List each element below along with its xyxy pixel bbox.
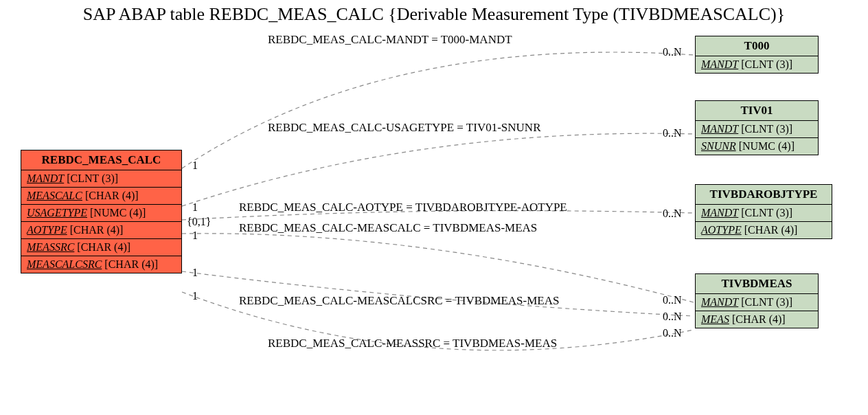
cardinality-label: 1 [192,159,198,172]
cardinality-label: 1 [192,267,198,279]
relation-label: REBDC_MEAS_CALC-USAGETYPE = TIV01-SNUNR [268,121,540,135]
entity-tiv01: TIV01 MANDT [CLNT (3)] SNUNR [NUMC (4)] [695,100,819,155]
entity-field: MEAS [CHAR (4)] [696,311,818,328]
relation-label: REBDC_MEAS_CALC-AOTYPE = TIVBDAROBJTYPE-… [239,201,567,214]
cardinality-label: {0,1} [187,216,211,228]
entity-tivbdarobjtype: TIVBDAROBJTYPE MANDT [CLNT (3)] AOTYPE [… [695,184,832,239]
cardinality-label: 1 [192,290,198,302]
cardinality-label: 0..N [663,208,682,220]
cardinality-label: 0..N [663,127,682,139]
entity-field: AOTYPE [CHAR (4)] [696,222,832,238]
entity-field: AOTYPE [CHAR (4)] [21,222,181,239]
cardinality-label: 0..N [663,311,682,323]
entity-header: TIVBDAROBJTYPE [696,185,832,205]
entity-field: MANDT [CLNT (3)] [696,205,832,222]
relation-label: REBDC_MEAS_CALC-MEASCALCSRC = TIVBDMEAS-… [239,294,559,308]
entity-field: MEASCALCSRC [CHAR (4)] [21,256,181,273]
entity-field: MANDT [CLNT (3)] [696,121,818,138]
entity-header: TIV01 [696,101,818,121]
cardinality-label: 0..N [663,294,682,306]
cardinality-label: 1 [192,201,198,214]
entity-tivbdmeas: TIVBDMEAS MANDT [CLNT (3)] MEAS [CHAR (4… [695,273,819,328]
relation-label: REBDC_MEAS_CALC-MANDT = T000-MANDT [268,33,512,47]
relation-label: REBDC_MEAS_CALC-MEASSRC = TIVBDMEAS-MEAS [268,337,557,350]
entity-rebdc-meas-calc: REBDC_MEAS_CALC MANDT [CLNT (3)] MEASCAL… [21,150,182,273]
entity-field: MANDT [CLNT (3)] [696,56,818,73]
entity-field: MANDT [CLNT (3)] [21,170,181,188]
entity-field: MEASCALC [CHAR (4)] [21,188,181,205]
entity-field: MEASSRC [CHAR (4)] [21,239,181,256]
entity-header: REBDC_MEAS_CALC [21,150,181,170]
cardinality-label: 1 [192,229,198,242]
entity-field: MANDT [CLNT (3)] [696,294,818,311]
entity-header: T000 [696,36,818,56]
entity-header: TIVBDMEAS [696,274,818,294]
page-title: SAP ABAP table REBDC_MEAS_CALC {Derivabl… [0,4,868,25]
entity-field: USAGETYPE [NUMC (4)] [21,205,181,222]
cardinality-label: 0..N [663,327,682,339]
entity-field: SNUNR [NUMC (4)] [696,138,818,155]
entity-t000: T000 MANDT [CLNT (3)] [695,36,819,74]
relation-label: REBDC_MEAS_CALC-MEASCALC = TIVBDMEAS-MEA… [239,221,537,235]
cardinality-label: 0..N [663,46,682,58]
